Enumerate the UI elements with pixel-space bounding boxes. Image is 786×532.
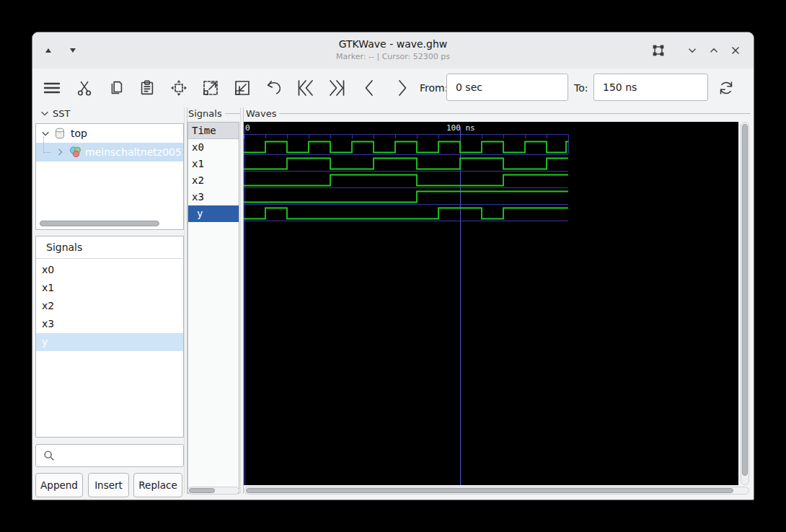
- waves-vscrollbar[interactable]: [741, 122, 749, 485]
- cut-button[interactable]: [72, 76, 97, 100]
- signal-name-row[interactable]: x3: [188, 189, 239, 205]
- from-input[interactable]: [446, 74, 568, 101]
- undo-button[interactable]: [262, 76, 286, 100]
- window-subtitle: Marker: -- | Cursor: 52300 ps: [32, 52, 754, 61]
- skip-start-button[interactable]: [293, 76, 318, 100]
- zoom-fit-icon: [169, 78, 189, 98]
- zoom-in-icon: [200, 78, 221, 98]
- names-hscrollbar[interactable]: [187, 487, 239, 495]
- names-panel-header: Signals: [188, 107, 240, 120]
- svg-text:0: 0: [245, 123, 250, 133]
- tree-expander-closed-icon[interactable]: [55, 147, 65, 157]
- signal-search-box: [35, 444, 184, 467]
- chevron-up-icon: [707, 44, 720, 57]
- next-edge-button[interactable]: [389, 76, 414, 100]
- zoom-out-button[interactable]: [230, 76, 255, 100]
- chevron-right-icon: [392, 78, 412, 98]
- maximize-button[interactable]: [705, 42, 723, 59]
- chevron-down-icon: [686, 44, 699, 57]
- waves-vscrollbar-thumb[interactable]: [742, 124, 748, 476]
- insert-button[interactable]: Insert: [88, 473, 129, 497]
- append-button[interactable]: Append: [35, 473, 83, 497]
- tree-connector: [43, 137, 50, 153]
- zoom-fit-button[interactable]: [167, 76, 191, 100]
- signal-search-panel: Signals x0 x1 x2 x3 y: [35, 236, 184, 438]
- menu-icon: [42, 78, 62, 98]
- minimize-button[interactable]: [684, 42, 701, 59]
- signal-name-row[interactable]: x1: [188, 156, 239, 172]
- tree-item-top[interactable]: top: [36, 124, 183, 143]
- signal-name-row-selected[interactable]: y: [188, 205, 239, 222]
- cut-icon: [75, 79, 94, 97]
- sst-expander-icon[interactable]: [40, 108, 50, 118]
- wave-canvas-svg: 0100 ns: [244, 122, 738, 485]
- sst-hscrollbar[interactable]: [38, 220, 181, 227]
- to-input[interactable]: [593, 74, 708, 101]
- sst-hscrollbar-thumb[interactable]: [40, 221, 159, 226]
- titlebar[interactable]: GTKWave - wave.ghw Marker: -- | Cursor: …: [32, 32, 754, 69]
- hierarchy-icon: [68, 145, 82, 159]
- list-item[interactable]: x2: [36, 297, 183, 315]
- chevron-left-icon: [360, 78, 380, 98]
- signal-search-header: Signals: [36, 236, 183, 259]
- skip-start-icon: [296, 78, 316, 98]
- close-button[interactable]: [727, 42, 744, 59]
- gtkwave-window: GTKWave - wave.ghw Marker: -- | Cursor: …: [32, 32, 754, 500]
- search-icon: [43, 449, 56, 462]
- window-title: GTKWave - wave.ghw: [32, 38, 754, 50]
- wave-canvas[interactable]: 0100 ns: [244, 122, 738, 485]
- desktop: { "titlebar": { "title": "GTKWave - wave…: [0, 0, 786, 532]
- zoom-out-icon: [232, 78, 252, 98]
- signal-name-row[interactable]: x0: [188, 139, 239, 156]
- menu-button[interactable]: [40, 76, 64, 100]
- design-root-icon: [53, 127, 66, 140]
- list-item[interactable]: x1: [36, 279, 183, 297]
- to-label: To:: [574, 82, 588, 94]
- search-input[interactable]: [59, 445, 183, 467]
- list-item-selected[interactable]: y: [36, 333, 183, 351]
- close-icon: [729, 44, 742, 57]
- copy-button[interactable]: [104, 76, 128, 100]
- copy-icon: [107, 79, 125, 97]
- signal-names-column: Time x0 x1 x2 x3 y: [187, 122, 239, 494]
- toolbar: From: To:: [32, 68, 754, 107]
- reload-button[interactable]: [714, 76, 738, 100]
- replace-button[interactable]: Replace: [133, 473, 182, 497]
- list-item[interactable]: x0: [36, 261, 183, 279]
- sst-tree: top meinschaltnetz0051testb: [35, 123, 184, 230]
- fullscreen-button[interactable]: [650, 42, 667, 59]
- skip-end-button[interactable]: [324, 76, 349, 100]
- from-label: From:: [420, 82, 448, 94]
- tree-item-label: meinschaltnetz0051testb: [85, 146, 183, 158]
- waves-hscrollbar[interactable]: [244, 487, 749, 495]
- time-header[interactable]: Time: [188, 123, 239, 139]
- fullscreen-icon: [651, 43, 666, 58]
- undo-icon: [265, 79, 283, 97]
- paste-button[interactable]: [135, 76, 159, 100]
- signal-name-row[interactable]: x2: [188, 172, 239, 189]
- sst-header[interactable]: SST: [37, 107, 80, 120]
- zoom-in-button[interactable]: [198, 76, 223, 100]
- skip-end-icon: [327, 78, 347, 98]
- prev-edge-button[interactable]: [358, 76, 382, 100]
- reload-icon: [717, 79, 736, 97]
- waves-panel-header: Waves: [246, 107, 751, 120]
- waves-hscrollbar-thumb[interactable]: [246, 488, 733, 493]
- tree-item-label: top: [71, 128, 87, 139]
- paste-icon: [138, 79, 156, 97]
- list-item[interactable]: x3: [36, 315, 183, 333]
- tree-item-testbench[interactable]: meinschaltnetz0051testb: [36, 143, 183, 161]
- names-hscrollbar-thumb[interactable]: [189, 488, 215, 493]
